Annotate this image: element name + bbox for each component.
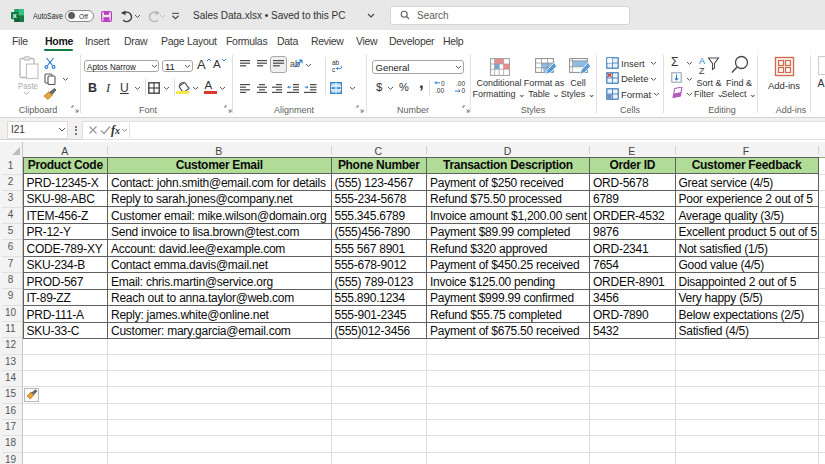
svg-text:c: c bbox=[332, 66, 336, 73]
svg-text:A: A bbox=[699, 56, 705, 66]
svg-text:0: 0 bbox=[441, 80, 445, 87]
svg-text:Z: Z bbox=[699, 66, 705, 75]
svg-text:.00: .00 bbox=[435, 87, 444, 94]
